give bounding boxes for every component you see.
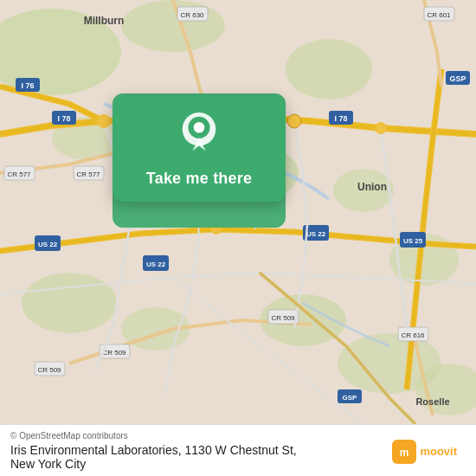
svg-text:CR 509: CR 509 [102,349,126,357]
svg-point-3 [286,39,372,100]
svg-text:US 22: US 22 [306,230,326,238]
bottom-bar: © OpenStreetMap contributors Iris Enviro… [0,424,476,476]
take-me-there-overlay[interactable]: Take me there [113,95,286,202]
svg-text:US 25: US 25 [403,237,423,245]
svg-point-52 [97,114,111,128]
moovit-text: moovit [420,445,457,458]
svg-text:GSP: GSP [449,74,466,83]
svg-text:m: m [400,447,409,459]
svg-text:I 78: I 78 [57,114,70,123]
svg-text:CR 630: CR 630 [180,11,204,19]
svg-text:CR 601: CR 601 [427,11,451,19]
take-me-there-button[interactable]: Take me there [146,168,252,190]
svg-point-54 [375,122,387,134]
svg-point-62 [194,122,205,133]
svg-text:I 78: I 78 [334,114,347,123]
svg-text:CR 616: CR 616 [401,331,425,339]
map-container: I 78 I 78 I 78 I 76 GSP US 22 US 22 US 2… [0,0,476,424]
svg-text:CR 509: CR 509 [271,314,295,322]
map-attribution: © OpenStreetMap contributors [10,431,297,441]
svg-point-53 [287,114,301,128]
svg-point-2 [121,0,225,52]
svg-text:Union: Union [357,181,387,193]
location-pin-icon [178,111,220,159]
svg-text:GSP: GSP [343,394,358,402]
svg-text:Millburn: Millburn [84,15,125,27]
moovit-icon: m [392,440,416,464]
svg-text:CR 577: CR 577 [7,170,31,178]
location-name: Iris Environmental Laboratories, 1130 W … [10,443,297,471]
svg-text:US 22: US 22 [146,261,166,268]
svg-text:Roselle: Roselle [415,396,449,407]
svg-text:US 22: US 22 [38,241,58,248]
svg-point-7 [22,273,117,333]
svg-text:CR 577: CR 577 [76,170,100,178]
svg-text:CR 509: CR 509 [37,366,61,374]
moovit-logo: m moovit [392,440,457,464]
svg-text:I 76: I 76 [21,81,34,90]
